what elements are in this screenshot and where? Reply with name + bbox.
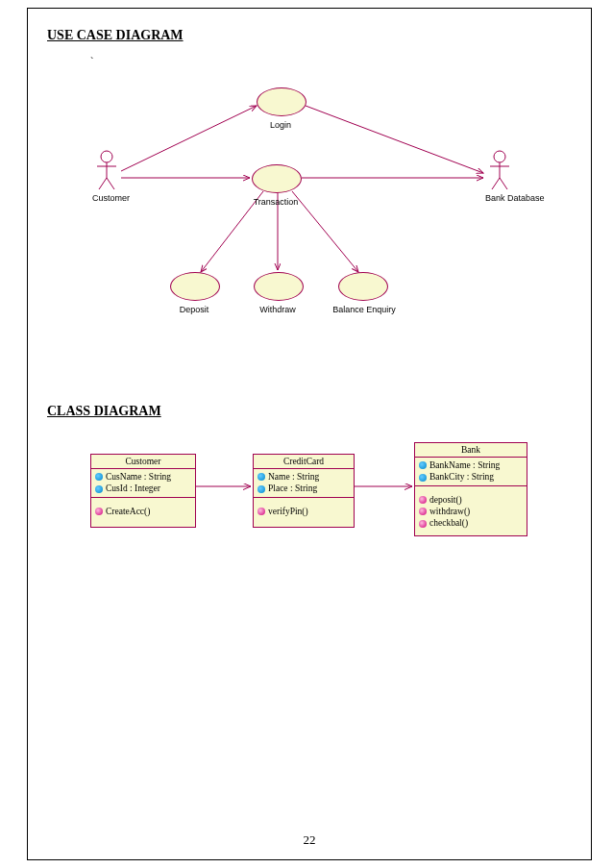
usecase-heading: USE CASE DIAGRAM xyxy=(47,28,572,43)
attr-text: Name : String xyxy=(268,471,319,483)
op-icon xyxy=(419,496,427,504)
usecase-diagram: ` Login Transaction xyxy=(47,53,572,351)
op-text: deposit() xyxy=(429,494,462,506)
usecase-transaction-label: Transaction xyxy=(249,197,303,207)
op-icon xyxy=(419,520,427,528)
class-name: CreditCard xyxy=(254,455,354,469)
op-icon xyxy=(419,508,427,515)
usecase-login xyxy=(257,87,306,116)
attr-icon xyxy=(419,461,427,469)
attr-row: CusName : String xyxy=(95,471,191,483)
svg-line-11 xyxy=(107,178,114,189)
class-attrs: Name : String Place : String xyxy=(254,469,354,498)
op-text: withdraw() xyxy=(429,506,470,517)
op-row: withdraw() xyxy=(419,506,523,517)
class-customer: Customer CusName : String CusId : Intege… xyxy=(90,454,196,528)
attr-row: Place : String xyxy=(257,483,350,494)
op-row: deposit() xyxy=(419,494,523,506)
page-number: 22 xyxy=(28,832,591,848)
class-creditcard: CreditCard Name : String Place : String … xyxy=(253,454,355,528)
attr-text: Place : String xyxy=(268,483,317,494)
document-page: USE CASE DIAGRAM ` Login xyxy=(27,8,592,860)
attr-icon xyxy=(257,473,265,481)
class-ops: CreateAcc() xyxy=(91,498,195,527)
attr-row: CusId : Integer xyxy=(95,483,191,494)
class-ops: verifyPin() xyxy=(254,498,354,527)
attr-text: CusName : String xyxy=(106,471,171,483)
actor-icon xyxy=(486,149,513,191)
class-bank: Bank BankName : String BankCity : String… xyxy=(414,442,527,536)
class-attrs: CusName : String CusId : Integer xyxy=(91,469,195,498)
usecase-login-label: Login xyxy=(263,120,298,130)
class-attrs: BankName : String BankCity : String xyxy=(415,458,527,486)
op-row: verifyPin() xyxy=(257,506,350,517)
svg-line-0 xyxy=(121,106,257,171)
class-diagram: Customer CusName : String CusId : Intege… xyxy=(47,429,572,621)
usecase-deposit-label: Deposit xyxy=(172,305,216,314)
usecase-balance xyxy=(338,272,388,301)
attr-icon xyxy=(257,485,265,493)
class-name: Bank xyxy=(415,443,527,458)
op-row: CreateAcc() xyxy=(95,506,191,517)
svg-point-12 xyxy=(494,151,505,162)
actor-bankdb-label: Bank Database xyxy=(485,193,514,203)
op-text: checkbal() xyxy=(429,517,468,529)
class-name: Customer xyxy=(91,455,195,469)
attr-row: Name : String xyxy=(257,471,350,483)
usecase-deposit xyxy=(170,272,220,301)
attr-text: BankName : String xyxy=(429,459,500,471)
op-icon xyxy=(257,508,265,515)
svg-point-7 xyxy=(101,151,112,162)
svg-line-10 xyxy=(99,178,107,189)
svg-line-2 xyxy=(306,106,483,173)
op-row: checkbal() xyxy=(419,517,523,529)
attr-text: BankCity : String xyxy=(429,471,494,483)
attr-icon xyxy=(95,485,103,493)
actor-bankdb: Bank Database xyxy=(485,149,514,203)
attr-icon xyxy=(419,474,427,482)
attr-row: BankCity : String xyxy=(419,471,523,483)
actor-icon xyxy=(93,149,120,191)
usecase-withdraw-label: Withdraw xyxy=(255,305,301,314)
op-icon xyxy=(95,508,103,515)
usecase-withdraw xyxy=(254,272,304,301)
attr-text: CusId : Integer xyxy=(106,483,160,494)
actor-customer-label: Customer xyxy=(92,193,121,203)
op-text: verifyPin() xyxy=(268,506,308,517)
svg-line-15 xyxy=(492,178,500,189)
svg-line-16 xyxy=(500,178,507,189)
attr-icon xyxy=(95,473,103,481)
usecase-transaction xyxy=(252,164,302,193)
op-text: CreateAcc() xyxy=(106,506,150,517)
actor-customer: Customer xyxy=(92,149,121,203)
class-heading: CLASS DIAGRAM xyxy=(47,404,572,419)
attr-row: BankName : String xyxy=(419,459,523,471)
usecase-balance-label: Balance Enquiry xyxy=(328,305,401,314)
class-ops: deposit() withdraw() checkbal() xyxy=(415,486,527,535)
